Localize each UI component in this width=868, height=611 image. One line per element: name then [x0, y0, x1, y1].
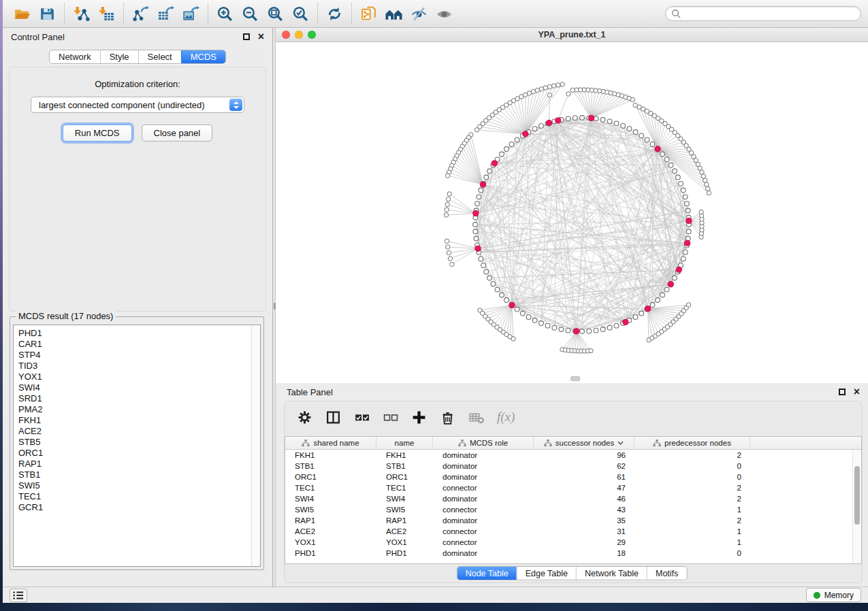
table-cell: YOX1 — [376, 538, 433, 546]
clone-network-button[interactable] — [356, 3, 381, 24]
add-row-button[interactable] — [411, 410, 427, 425]
float-panel-icon[interactable] — [243, 33, 250, 40]
column-header-name[interactable]: name — [376, 437, 433, 449]
mcds-result-item[interactable]: ORC1 — [18, 448, 251, 459]
table-tabs: Node TableEdge TableNetwork TableMotifs — [457, 566, 688, 580]
zoom-out-button[interactable] — [238, 3, 263, 24]
table-row[interactable]: FKH1FKH1dominator962 — [285, 450, 852, 461]
open-file-button[interactable] — [10, 3, 35, 24]
table-row[interactable]: SWI5SWI5connector431 — [285, 504, 852, 515]
export-image-button[interactable] — [178, 3, 204, 24]
zoom-selected-button[interactable] — [288, 3, 313, 24]
table-cell: 0 — [634, 549, 750, 557]
mcds-result-item[interactable]: STP4 — [18, 350, 251, 361]
hide-graphics-details-button[interactable] — [406, 3, 432, 24]
network-canvas[interactable] — [276, 42, 868, 383]
mcds-result-item[interactable]: TEC1 — [18, 491, 251, 502]
apply-function-button[interactable]: f(x) — [497, 410, 515, 425]
show-columns-button[interactable] — [325, 410, 341, 425]
table-tab-edge-table[interactable]: Edge Table — [517, 567, 576, 580]
table-row[interactable]: PHD1PHD1dominator180 — [285, 548, 852, 559]
zoom-fit-button[interactable] — [263, 3, 288, 24]
search-input[interactable] — [684, 8, 855, 19]
column-header-MCDS-role[interactable]: MCDS role — [433, 437, 534, 449]
run-mcds-button[interactable]: Run MCDS — [63, 125, 132, 142]
status-menu-button[interactable] — [10, 589, 27, 602]
mcds-result-item[interactable]: SWI4 — [18, 382, 251, 393]
mcds-result-item[interactable]: SWI5 — [18, 480, 251, 491]
table-panel-titlebar: Table Panel × — [276, 383, 868, 401]
column-settings-button[interactable] — [297, 410, 312, 425]
table-tab-network-table[interactable]: Network Table — [576, 567, 647, 580]
table-cell: 0 — [634, 462, 750, 470]
column-header-predecessor-nodes[interactable]: predecessor nodes — [634, 437, 750, 449]
table-row[interactable]: STB1STB1dominator620 — [285, 461, 852, 472]
mcds-result-item[interactable]: YOX1 — [18, 371, 251, 382]
save-session-button[interactable] — [35, 3, 60, 24]
close-panel-icon[interactable]: × — [258, 33, 264, 40]
tab-select[interactable]: Select — [138, 50, 181, 63]
show-graphics-details-icon — [436, 5, 453, 22]
table-row[interactable]: TEC1TEC1connector472 — [285, 482, 852, 493]
refresh-button[interactable] — [322, 3, 347, 24]
import-network-button[interactable] — [69, 3, 94, 24]
memory-button[interactable]: Memory — [806, 588, 861, 602]
deselect-all-button[interactable] — [383, 410, 398, 425]
mcds-result-item[interactable]: GCR1 — [18, 502, 251, 513]
hierarchy-icon — [653, 440, 661, 447]
select-all-button[interactable] — [354, 410, 370, 425]
mcds-result-item[interactable]: STB5 — [18, 437, 251, 448]
export-table-button[interactable] — [153, 3, 178, 24]
mcds-list-scrollbar[interactable] — [251, 325, 260, 566]
table-cell: dominator — [433, 462, 534, 470]
mcds-result-item[interactable]: PHD1 — [18, 328, 251, 339]
table-scrollbar[interactable] — [852, 450, 861, 563]
table-cell: connector — [433, 484, 534, 492]
table-tab-motifs[interactable]: Motifs — [647, 567, 686, 580]
table-row[interactable]: ORC1ORC1dominator610 — [285, 472, 852, 482]
column-settings-icon — [297, 410, 312, 425]
tab-network[interactable]: Network — [50, 50, 100, 63]
table-cell: 62 — [534, 462, 634, 470]
search-box[interactable] — [665, 6, 861, 21]
mcds-result-item[interactable]: SRD1 — [18, 393, 251, 404]
mcds-result-item[interactable]: CAR1 — [18, 339, 251, 350]
table-row[interactable]: ACE2ACE2connector311 — [285, 526, 852, 537]
table-row[interactable]: RAP1RAP1dominator352 — [285, 515, 852, 526]
table-cell: STB1 — [376, 462, 433, 470]
table-scrollbar-thumb[interactable] — [854, 466, 860, 525]
delete-table-button[interactable] — [468, 410, 484, 425]
tab-style[interactable]: Style — [100, 50, 138, 63]
delete-row-button[interactable] — [440, 410, 455, 425]
column-header-successor-nodes[interactable]: successor nodes — [534, 437, 634, 449]
column-header-shared-name[interactable]: shared name — [285, 437, 376, 449]
mcds-result-item[interactable]: PMA2 — [18, 404, 251, 415]
show-columns-icon — [325, 410, 341, 425]
table-cell: YOX1 — [285, 538, 376, 546]
table-tab-node-table[interactable]: Node Table — [457, 567, 517, 580]
zoom-in-icon — [216, 5, 234, 22]
main-toolbar — [3, 0, 868, 28]
criterion-dropdown[interactable]: largest connected component (undirected) — [31, 97, 244, 113]
close-panel-button[interactable]: Close panel — [142, 125, 213, 142]
mcds-result-item[interactable]: ACE2 — [18, 426, 251, 437]
table-panel-title: Table Panel — [287, 387, 333, 397]
table-cell: dominator — [433, 451, 534, 459]
mcds-result-item[interactable]: STB1 — [18, 469, 251, 480]
mcds-result-item[interactable]: RAP1 — [18, 459, 251, 469]
mcds-result-item[interactable]: FKH1 — [18, 415, 251, 426]
close-table-panel-icon[interactable]: × — [854, 389, 860, 395]
zoom-in-button[interactable] — [212, 3, 238, 24]
double-house-button[interactable] — [381, 3, 406, 24]
show-graphics-details-button[interactable] — [432, 3, 457, 24]
mcds-result-item[interactable]: TID3 — [18, 361, 251, 371]
table-row[interactable]: YOX1YOX1connector291 — [285, 537, 852, 548]
float-table-panel-icon[interactable] — [839, 389, 846, 395]
export-network-button[interactable] — [128, 3, 153, 24]
table-cell: 0 — [634, 473, 750, 481]
import-table-button[interactable] — [94, 3, 119, 24]
tab-mcds[interactable]: MCDS — [181, 50, 225, 63]
horizontal-split-grip[interactable] — [570, 376, 580, 381]
refresh-icon — [326, 5, 343, 22]
table-row[interactable]: SWI4SWI4dominator462 — [285, 493, 852, 504]
